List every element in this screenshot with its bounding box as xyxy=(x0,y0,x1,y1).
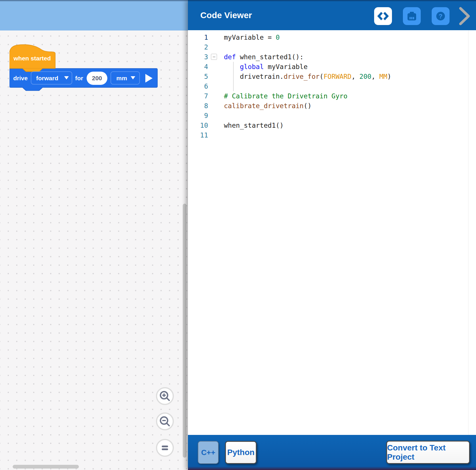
brain-icon xyxy=(406,11,417,22)
distance-input[interactable]: 200 xyxy=(87,72,107,85)
line-number: 2 xyxy=(188,42,208,52)
cpp-tab[interactable]: C++ xyxy=(198,441,219,464)
drive-label: drive xyxy=(13,75,28,81)
code-viewer-header: Code Viewer ? xyxy=(188,0,476,30)
distance-value: 200 xyxy=(92,75,102,81)
reset-zoom-button[interactable] xyxy=(156,439,174,457)
help-button[interactable]: ? xyxy=(432,7,450,25)
help-icon: ? xyxy=(435,10,446,22)
convert-to-text-project-button[interactable]: Convert to Text Project xyxy=(386,441,470,464)
python-tab[interactable]: Python xyxy=(225,441,257,464)
toolbar-strip xyxy=(0,0,188,30)
fold-marker[interactable]: − xyxy=(211,54,217,60)
code-line: # Calibrate the Drivetrain Gyro xyxy=(224,91,347,101)
line-number: 11 xyxy=(188,130,208,140)
for-label: for xyxy=(75,75,83,81)
line-number: 4 xyxy=(188,62,208,72)
chevron-right-icon xyxy=(459,7,471,25)
line-number: 7 xyxy=(188,91,208,101)
code-line: myVariable = 0 xyxy=(224,33,280,42)
line-number: 6 xyxy=(188,81,208,91)
when-started-block[interactable]: when started xyxy=(9,45,55,72)
zoom-out-button[interactable] xyxy=(156,412,174,430)
blocks-svg: when started drive forward for 200 mm xyxy=(9,43,159,95)
code-line: global myVariable xyxy=(224,62,308,72)
block-stack[interactable]: when started drive forward for 200 mm xyxy=(9,43,159,95)
python-tab-label: Python xyxy=(227,448,255,457)
editor-scrollbar-track[interactable] xyxy=(468,30,469,435)
line-number: 10 xyxy=(188,121,208,130)
unit-value: mm xyxy=(116,75,127,81)
line-number: 9 xyxy=(188,111,208,121)
code-line: calibrate_drivetrain() xyxy=(224,101,312,111)
cpp-tab-label: C++ xyxy=(201,448,215,457)
line-number: 1 xyxy=(188,33,208,42)
code-viewer-panel: Code Viewer ? xyxy=(188,0,476,470)
canvas-horizontal-scrollbar[interactable] xyxy=(13,465,79,469)
svg-text:?: ? xyxy=(439,13,442,20)
code-line: def when_started1(): xyxy=(224,52,304,62)
zoom-out-icon xyxy=(157,414,173,429)
code-icon xyxy=(377,10,389,22)
code-viewer-footer: C++ Python Convert to Text Project xyxy=(188,435,476,470)
direction-value: forward xyxy=(36,75,58,81)
line-number: 5 xyxy=(188,72,208,81)
line-number: 8 xyxy=(188,101,208,111)
code-line: when_started1() xyxy=(224,121,284,130)
code-line: drivetrain.drive_for(FORWARD, 200, MM) xyxy=(224,72,391,81)
zoom-in-icon xyxy=(157,388,173,404)
block-canvas[interactable]: when started drive forward for 200 mm xyxy=(0,0,188,470)
when-started-label: when started xyxy=(13,55,51,62)
code-view-button[interactable] xyxy=(374,7,392,25)
line-number: 3 xyxy=(188,52,208,62)
collapse-panel-button[interactable] xyxy=(459,7,471,25)
zoom-in-button[interactable] xyxy=(156,387,174,405)
reset-zoom-icon xyxy=(157,440,173,456)
brain-view-button[interactable] xyxy=(403,7,421,25)
code-editor[interactable]: 123−4567891011 myVariable = 0def when_st… xyxy=(188,30,476,435)
convert-button-label: Convert to Text Project xyxy=(387,443,469,462)
canvas-vertical-scrollbar[interactable] xyxy=(183,204,186,458)
panel-title: Code Viewer xyxy=(200,0,252,30)
